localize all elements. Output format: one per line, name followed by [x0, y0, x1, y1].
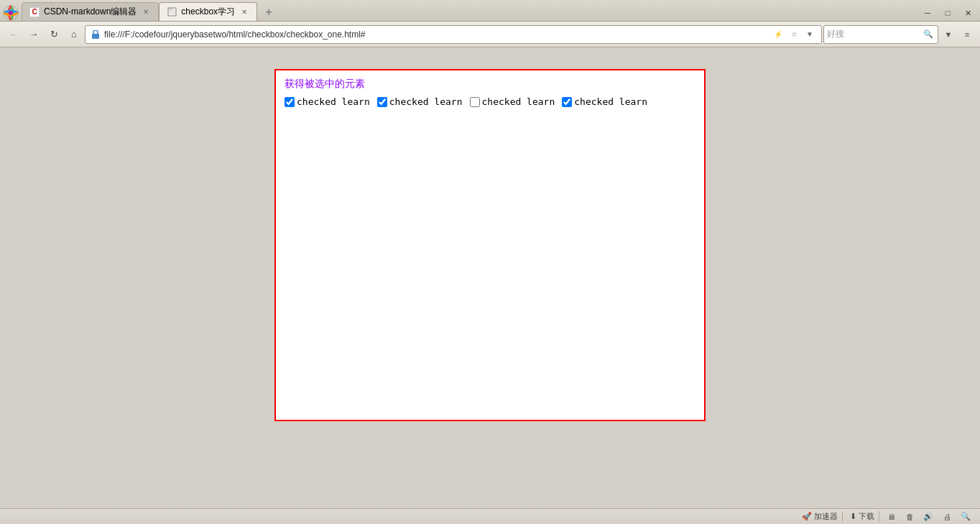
home-button[interactable]: ⌂ — [65, 25, 83, 44]
status-icon-1[interactable]: 🖥 — [882, 508, 900, 525]
svg-rect-3 — [169, 9, 172, 10]
refresh-button[interactable]: ↻ — [45, 25, 63, 44]
forward-button[interactable]: → — [24, 25, 43, 44]
status-icon-5[interactable]: 🔍 — [957, 508, 974, 525]
tab-checkbox[interactable]: checkbox学习 ✕ — [159, 2, 257, 21]
status-icon-2[interactable]: 🗑 — [901, 508, 918, 525]
maximize-button[interactable]: □ — [938, 5, 957, 21]
webpage-box: 获得被选中的元素 checked learn checked learn che… — [274, 69, 706, 421]
svg-rect-6 — [92, 34, 99, 39]
status-icon-3[interactable]: 🔊 — [920, 508, 937, 525]
accelerator-icon: 🚀 — [802, 512, 812, 521]
address-actions: ⚡ ☆ ▼ — [771, 27, 817, 42]
minimize-button[interactable]: ─ — [918, 5, 937, 21]
tab-label-checkbox: checkbox学习 — [181, 6, 235, 18]
address-input[interactable] — [104, 29, 768, 40]
browser-window: C CSDN-markdown编辑器 ✕ checkbox学习 ✕ + — [0, 0, 980, 524]
status-accelerator: 🚀 加速器 — [798, 511, 843, 522]
tabs-bar: C CSDN-markdown编辑器 ✕ checkbox学习 ✕ + — [0, 0, 980, 22]
checkbox-label-4: checked learn — [574, 96, 647, 107]
checkboxes-row: checked learn checked learn checked lear… — [285, 96, 695, 107]
status-download: ⬇ 下载 — [846, 511, 879, 522]
search-bar[interactable]: 好搜 🔍 — [823, 25, 938, 44]
checkbox-label-1: checked learn — [297, 96, 370, 107]
svg-point-1 — [9, 11, 13, 15]
download-label: 下载 — [859, 511, 874, 522]
checkbox-4[interactable] — [562, 97, 572, 107]
star-icon[interactable]: ☆ — [787, 27, 801, 42]
new-tab-button[interactable]: + — [260, 4, 277, 21]
list-item: checked learn — [562, 96, 647, 107]
status-bar: 🚀 加速器 ⬇ 下载 🖥 🗑 🔊 🖨 🔍 — [0, 508, 980, 524]
window-controls: ─ □ ✕ — [918, 5, 977, 21]
checkbox-1[interactable] — [285, 97, 295, 107]
browser-content: 获得被选中的元素 checked learn checked learn che… — [0, 47, 980, 508]
nav-bar: ← → ↻ ⌂ ⚡ ☆ ▼ 好搜 🔍 ▼ ≡ — [0, 22, 980, 47]
search-options-button[interactable]: ▼ — [940, 26, 957, 43]
address-security-icon — [90, 29, 101, 40]
tab-favicon-csdn: C — [29, 7, 40, 17]
list-item: checked learn — [285, 96, 370, 107]
checkbox-3[interactable] — [470, 97, 480, 107]
close-button[interactable]: ✕ — [958, 5, 977, 21]
svg-rect-5 — [169, 12, 175, 13]
lightning-icon[interactable]: ⚡ — [771, 27, 785, 42]
accelerator-label: 加速器 — [814, 511, 838, 522]
search-icon[interactable]: 🔍 — [922, 28, 935, 41]
tab-close-csdn[interactable]: ✕ — [141, 7, 151, 17]
checkbox-label-3: checked learn — [482, 96, 555, 107]
checkbox-label-2: checked learn — [389, 96, 463, 107]
dropdown-icon[interactable]: ▼ — [803, 27, 817, 42]
list-item: checked learn — [377, 96, 463, 107]
browser-logo-icon — [3, 5, 19, 21]
tab-favicon-checkbox — [167, 7, 177, 17]
tab-close-checkbox[interactable]: ✕ — [239, 7, 249, 17]
download-icon: ⬇ — [850, 512, 856, 521]
back-button[interactable]: ← — [4, 25, 23, 44]
checkbox-2[interactable] — [377, 97, 387, 107]
box-title: 获得被选中的元素 — [285, 78, 695, 91]
svg-rect-4 — [169, 11, 175, 12]
list-item: checked learn — [470, 96, 555, 107]
address-bar[interactable]: ⚡ ☆ ▼ — [85, 25, 822, 44]
tab-label-csdn: CSDN-markdown编辑器 — [44, 6, 137, 18]
search-placeholder: 好搜 — [827, 28, 920, 40]
status-icon-4[interactable]: 🖨 — [938, 508, 956, 525]
tab-csdn[interactable]: C CSDN-markdown编辑器 ✕ — [22, 2, 159, 21]
status-right: 🚀 加速器 ⬇ 下载 🖥 🗑 🔊 🖨 🔍 — [798, 508, 974, 525]
tools-button[interactable]: ≡ — [958, 26, 976, 43]
